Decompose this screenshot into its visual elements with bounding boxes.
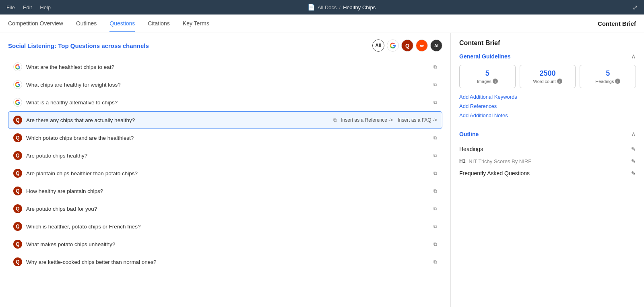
quora-icon: Q [13, 151, 22, 160]
breadcrumb-separator: / [339, 4, 341, 10]
question-text: Are potato chips healthy? [26, 153, 429, 159]
question-text: Are there any chips that are actually he… [26, 117, 328, 123]
question-item[interactable]: What are the healthiest chips to eat? ⧉ [8, 58, 442, 76]
external-link-icon[interactable]: ⧉ [433, 241, 437, 247]
filter-quora[interactable]: Q [401, 39, 413, 52]
external-link-icon[interactable]: ⧉ [433, 64, 437, 70]
question-text: How healthy are plantain chips? [26, 188, 429, 194]
question-text: What makes potato chips unhealthy? [26, 241, 429, 247]
outline-divider [459, 125, 636, 125]
external-link-icon[interactable]: ⧉ [433, 100, 437, 105]
question-item[interactable]: What is a healthy alternative to chips? … [8, 93, 442, 111]
help-menu[interactable]: Help [40, 4, 51, 10]
headings-row-label: Headings [459, 146, 483, 152]
question-item[interactable]: Q Which potato chips brand are the healt… [8, 129, 442, 147]
outline-section: Outline ∧ Headings ✎ H1 NIT Trichy Score… [459, 125, 636, 180]
topbar-center: 📄 All Docs / Healthy Chips [59, 4, 624, 11]
filter-ai[interactable]: AI [430, 39, 442, 52]
images-card: 5 Images i [459, 65, 516, 88]
content-brief-nav-label: Content Brief [598, 20, 636, 27]
question-actions: Insert as a Reference -> Insert as a FAQ… [341, 117, 437, 123]
insert-reference-btn[interactable]: Insert as a Reference -> [341, 117, 393, 123]
headings-count: 5 [585, 69, 631, 78]
question-text: What are the healthiest chips to eat? [26, 64, 429, 70]
faq-edit-icon[interactable]: ✎ [631, 170, 636, 176]
external-link-icon[interactable]: ⧉ [433, 170, 437, 176]
tab-citations[interactable]: Citations [148, 15, 169, 32]
question-item[interactable]: Q Are plantain chips healthier than pota… [8, 164, 442, 182]
external-link-icon[interactable]: ⧉ [433, 135, 437, 141]
h1-text: NIT Trichy Scores By NIRF [469, 158, 628, 164]
tab-keyterms[interactable]: Key Terms [183, 15, 209, 32]
h1-row: H1 NIT Trichy Scores By NIRF ✎ [459, 156, 636, 167]
google-icon [13, 80, 22, 89]
all-docs-link[interactable]: All Docs [318, 4, 337, 10]
general-guidelines-section: General Guidelines ∧ [459, 52, 636, 60]
question-item-active[interactable]: Q Are there any chips that are actually … [8, 111, 442, 129]
external-link-icon[interactable]: ⧉ [433, 259, 437, 265]
external-link-icon[interactable]: ⧉ [433, 224, 437, 229]
question-item[interactable]: Q Why are kettle-cooked chips better tha… [8, 253, 442, 271]
outline-section-header: Outline ∧ [459, 130, 636, 138]
question-item[interactable]: Q Are potato chips bad for you? ⧉ [8, 200, 442, 218]
question-item[interactable]: What chips are healthy for weight loss? … [8, 76, 442, 93]
filter-google[interactable] [387, 39, 399, 52]
quora-icon: Q [13, 187, 22, 195]
main-layout: Social Listening: Top Questions across c… [0, 33, 644, 307]
headings-card: 5 Headings i [580, 65, 636, 88]
filter-all[interactable]: All [372, 39, 384, 52]
headings-label: Headings [595, 79, 614, 84]
tab-questions[interactable]: Questions [109, 15, 135, 32]
external-link-icon[interactable]: ⧉ [433, 153, 437, 158]
edit-menu[interactable]: Edit [23, 4, 32, 10]
google-icon [13, 62, 22, 71]
quora-icon: Q [13, 257, 22, 266]
filter-icons: All Q AI [372, 39, 442, 52]
doc-name: Healthy Chips [343, 4, 376, 10]
insert-faq-btn[interactable]: Insert as a FAQ -> [398, 117, 437, 123]
doc-icon: 📄 [308, 4, 315, 11]
google-icon [13, 98, 22, 107]
images-count: 5 [464, 69, 510, 78]
right-panel: Content Brief General Guidelines ∧ 5 Ima… [451, 33, 644, 307]
headings-info-icon[interactable]: i [615, 79, 620, 84]
left-panel: Social Listening: Top Questions across c… [0, 33, 451, 307]
external-link-icon[interactable]: ⧉ [433, 188, 437, 194]
add-notes-link[interactable]: Add Additional Notes [459, 112, 636, 118]
quora-icon: Q [13, 240, 22, 249]
tab-competition[interactable]: Competition Overview [8, 15, 63, 32]
question-item[interactable]: Q Which is healthier, potato chips or Fr… [8, 218, 442, 235]
share-icon[interactable]: ⤢ [632, 4, 638, 11]
word-count: 2500 [525, 69, 571, 78]
external-link-icon[interactable]: ⧉ [333, 117, 337, 123]
quora-icon: Q [13, 133, 22, 142]
add-references-link[interactable]: Add References [459, 103, 636, 109]
question-text: Are potato chips bad for you? [26, 206, 429, 212]
general-guidelines-label: General Guidelines [459, 53, 511, 60]
guidelines-grid: 5 Images i 2500 Word count i 5 Headings … [459, 65, 636, 88]
external-link-icon[interactable]: ⧉ [433, 206, 437, 212]
outline-collapse-icon[interactable]: ∧ [631, 130, 636, 138]
question-item[interactable]: Q What makes potato chips unhealthy? ⧉ [8, 235, 442, 253]
file-menu[interactable]: File [6, 4, 15, 10]
images-info-icon[interactable]: i [493, 79, 498, 84]
question-item[interactable]: Q Are potato chips healthy? ⧉ [8, 147, 442, 164]
question-text: Why are kettle-cooked chips better than … [26, 259, 429, 265]
h1-edit-icon[interactable]: ✎ [631, 158, 636, 164]
filter-reddit[interactable] [416, 39, 428, 52]
headings-edit-icon[interactable]: ✎ [631, 146, 636, 152]
question-text: Which potato chips brand are the healthi… [26, 135, 429, 141]
faq-outline-row: Frequently Asked Questions ✎ [459, 167, 636, 180]
collapse-icon[interactable]: ∧ [631, 52, 636, 60]
question-text: What is a healthy alternative to chips? [26, 100, 429, 106]
question-text: Which is healthier, potato chips or Fren… [26, 224, 429, 230]
add-keywords-link[interactable]: Add Additional Keywords [459, 94, 636, 100]
tab-outlines[interactable]: Outlines [76, 15, 97, 32]
question-item[interactable]: Q How healthy are plantain chips? ⧉ [8, 182, 442, 200]
word-count-info-icon[interactable]: i [557, 79, 562, 84]
panel-header: Social Listening: Top Questions across c… [8, 39, 442, 52]
quora-icon: Q [13, 204, 22, 213]
quora-icon: Q [13, 222, 22, 231]
external-link-icon[interactable]: ⧉ [433, 82, 437, 87]
quora-icon: Q [13, 169, 22, 178]
